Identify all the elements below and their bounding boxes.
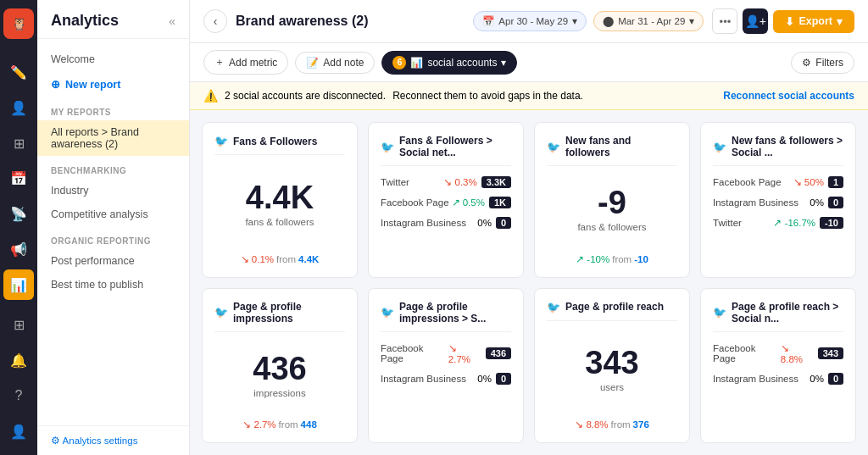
card-icon-prs: 🐦 xyxy=(713,306,726,319)
filters-label: Filters xyxy=(815,57,843,69)
card-title-pr: Page & profile reach xyxy=(565,301,664,313)
sidebar-section-my-reports: MY REPORTS xyxy=(37,97,189,120)
date-compare-label: Mar 31 - Apr 29 xyxy=(618,16,685,26)
add-user-button[interactable]: 👤+ xyxy=(743,8,768,34)
nfs-instagram-change: 0% xyxy=(810,197,824,208)
new-fans-label: fans & followers xyxy=(577,222,646,232)
card-title-fans: Fans & Followers xyxy=(233,136,317,147)
nav-profile[interactable]: 👤 xyxy=(3,92,34,123)
prs-instagram-label: Instagram Business xyxy=(713,374,798,384)
compare-icon: ⬤ xyxy=(603,15,614,27)
app-logo[interactable]: 🦉 xyxy=(3,8,34,39)
page-title: Brand awareness (2) xyxy=(236,14,465,29)
prs-instagram-right: 0% 0 xyxy=(810,373,843,385)
card-rows-pis: Facebook Page ↘ 2.7% 436 Instagram Busin… xyxy=(381,339,511,385)
nav-user-avatar[interactable]: 👤 xyxy=(3,416,34,447)
pis-instagram-change: 0% xyxy=(477,374,492,384)
nav-announce[interactable]: 📢 xyxy=(3,234,34,264)
pis-row-facebook: Facebook Page ↘ 2.7% 436 xyxy=(381,342,511,364)
nav-analytics[interactable]: 📊 xyxy=(3,269,34,300)
nav-compose[interactable]: ✏️ xyxy=(3,58,34,88)
pis-instagram-val: 0 xyxy=(496,373,511,385)
date-primary-label: Apr 30 - May 29 xyxy=(498,16,568,26)
prs-instagram-change: 0% xyxy=(810,374,824,384)
new-fans-big-number: -9 xyxy=(598,186,626,219)
card-page-impressions: 🐦 Page & profile impressions 436 impress… xyxy=(202,288,358,444)
row-twitter: Twitter ↘ 0.3% 3.3K xyxy=(381,176,511,188)
sidebar-item-industry[interactable]: Industry xyxy=(37,179,189,203)
pi-big-number: 436 xyxy=(253,352,306,385)
sidebar-item-competitive[interactable]: Competitive analysis xyxy=(37,203,189,226)
back-button[interactable]: ‹ xyxy=(203,9,227,33)
card-new-fans-social: 🐦 New fans & followers > Social ... Face… xyxy=(700,122,856,278)
social-accounts-label: social accounts xyxy=(427,57,497,69)
nfs-twitter-right: ↗ -16.7% -10 xyxy=(773,217,843,229)
card-title-pi: Page & profile impressions xyxy=(233,301,345,325)
card-main-fans: 4.4K fans & followers xyxy=(214,162,345,247)
prs-facebook-label: Facebook Page xyxy=(713,343,781,363)
row-instagram-label: Instagram Business xyxy=(381,218,466,228)
chevron-down-icon-2: ▾ xyxy=(689,15,694,27)
export-button[interactable]: ⬇ Export ▾ xyxy=(773,10,854,33)
card-footer-pi: ↘ 2.7% from 448 xyxy=(214,419,345,430)
card-title-nfs: New fans & followers > Social ... xyxy=(732,135,843,158)
toolbar: ＋ Add metric 📝 Add note 6 📊 social accou… xyxy=(190,43,868,82)
new-report-icon: ⊕ xyxy=(51,78,60,91)
prs-row-instagram: Instagram Business 0% 0 xyxy=(713,373,843,385)
new-fans-change-pct: ↗ -10% xyxy=(576,253,609,265)
nav-grid[interactable]: ⊞ xyxy=(3,128,34,158)
nfs-instagram-right: 0% 0 xyxy=(810,197,843,208)
more-options-btn[interactable]: ••• xyxy=(712,8,737,34)
sidebar-nav: Welcome ⊕ New report MY REPORTS All repo… xyxy=(37,39,189,425)
sidebar-collapse-btn[interactable]: « xyxy=(169,14,175,28)
nav-notifications[interactable]: 🔔 xyxy=(3,346,34,376)
nfs-facebook-right: ↘ 50% 1 xyxy=(793,176,843,188)
new-fans-from-label: from xyxy=(612,254,632,264)
sidebar-section-benchmarking: BENCHMARKING xyxy=(37,156,189,179)
add-metric-button[interactable]: ＋ Add metric xyxy=(203,50,288,75)
sidebar-new-report-btn[interactable]: ⊕ New report xyxy=(37,71,189,97)
row-facebook-right: ↗ 0.5% 1K xyxy=(452,197,511,208)
add-note-button[interactable]: 📝 Add note xyxy=(295,52,375,74)
card-icon-pr: 🐦 xyxy=(547,301,560,314)
date-compare-pill[interactable]: ⬤ Mar 31 - Apr 29 ▾ xyxy=(593,11,704,31)
sidebar-item-post-performance[interactable]: Post performance xyxy=(37,249,189,273)
sidebar-item-best-time[interactable]: Best time to publish xyxy=(37,273,189,297)
nfs-row-facebook: Facebook Page ↘ 50% 1 xyxy=(713,176,843,188)
card-fans-followers: 🐦 Fans & Followers 4.4K fans & followers… xyxy=(202,122,358,278)
nav-calendar[interactable]: 📅 xyxy=(3,164,34,194)
card-title-pis: Page & profile impressions > S... xyxy=(399,301,511,325)
card-icon-new-fans: 🐦 xyxy=(547,141,560,153)
sidebar-welcome[interactable]: Welcome xyxy=(37,47,189,71)
social-accounts-button[interactable]: 6 📊 social accounts ▾ xyxy=(381,51,517,75)
date-primary-pill[interactable]: 📅 Apr 30 - May 29 ▾ xyxy=(473,11,587,31)
fans-change-pct: ↘ 0.1% xyxy=(241,253,274,265)
sidebar-item-brand-awareness[interactable]: All reports > Brand awareness (2) xyxy=(37,120,189,156)
card-fans-social: 🐦 Fans & Followers > Social net... Twitt… xyxy=(368,122,524,278)
alert-text: ⚠️ 2 social accounts are disconnected. R… xyxy=(203,89,583,103)
analytics-settings-link[interactable]: ⚙ Analytics settings xyxy=(51,435,175,447)
sidebar-section-organic: ORGANIC REPORTING xyxy=(37,226,189,249)
nav-apps[interactable]: ⊞ xyxy=(3,310,34,341)
fans-big-number: 4.4K xyxy=(246,181,314,214)
card-rows-nfs: Facebook Page ↘ 50% 1 Instagram Business… xyxy=(713,173,843,229)
card-header-fans: 🐦 Fans & Followers xyxy=(214,135,345,155)
sidebar: Analytics « Welcome ⊕ New report MY REPO… xyxy=(37,0,190,455)
card-title-fans-social: Fans & Followers > Social net... xyxy=(399,135,511,158)
card-header-pr: 🐦 Page & profile reach xyxy=(547,301,677,321)
pis-facebook-val: 436 xyxy=(486,347,511,359)
top-actions: ••• 👤+ ⬇ Export ▾ xyxy=(712,8,854,34)
filters-button[interactable]: ⚙ Filters xyxy=(791,52,854,74)
reconnect-link[interactable]: Reconnect social accounts xyxy=(723,90,854,102)
nfs-row-twitter: Twitter ↗ -16.7% -10 xyxy=(713,217,843,229)
card-footer-new-fans: ↗ -10% from -10 xyxy=(547,253,677,265)
row-instagram-right: 0% 0 xyxy=(477,217,511,229)
fans-label: fans & followers xyxy=(245,217,314,227)
row-instagram: Instagram Business 0% 0 xyxy=(381,217,511,229)
card-footer-pr: ↘ 8.8% from 376 xyxy=(547,419,677,430)
nav-broadcast[interactable]: 📡 xyxy=(3,199,34,230)
card-title-prs: Page & profile reach > Social n... xyxy=(732,301,843,325)
nav-help[interactable]: ? xyxy=(3,380,34,411)
cards-grid: 🐦 Fans & Followers 4.4K fans & followers… xyxy=(190,110,868,455)
pr-big-number: 343 xyxy=(585,347,638,379)
